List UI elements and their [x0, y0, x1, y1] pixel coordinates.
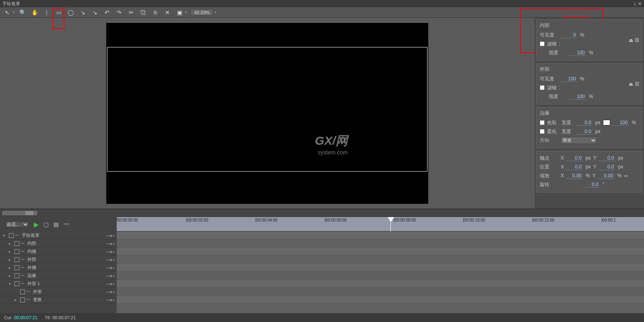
reset-icon[interactable]: ⤺: [15, 233, 20, 238]
enable-checkbox[interactable]: [14, 257, 19, 262]
next-key-icon[interactable]: ▸: [113, 274, 115, 278]
zoom-input[interactable]: 42.33%: [191, 9, 213, 16]
inner-vis-value[interactable]: 0: [561, 32, 577, 38]
copy-icon[interactable]: ⿻: [139, 8, 147, 16]
timeline-ruler[interactable]: 00:00:00:00|00:00:02:00|00:00:04:00|00:0…: [117, 217, 644, 232]
expand-icon[interactable]: ▾: [3, 234, 7, 238]
window-controls[interactable]: ⟀ ✕: [634, 1, 642, 6]
position-y[interactable]: 0.0: [599, 164, 615, 170]
reset-icon[interactable]: ⤺: [21, 257, 26, 262]
add-key-icon[interactable]: ◆: [109, 250, 112, 254]
edge-soften-value[interactable]: 0.0: [576, 129, 592, 135]
track-row[interactable]: ▸⤺内部◂◆▸: [0, 240, 117, 248]
play-button[interactable]: ▶: [34, 221, 39, 228]
reset-icon[interactable]: ⤺: [27, 297, 31, 302]
track-lane[interactable]: [117, 296, 644, 304]
add-key-icon[interactable]: ◆: [109, 242, 112, 246]
track-lane[interactable]: [117, 240, 644, 248]
link-icon[interactable]: ⛓: [635, 37, 640, 43]
outer-filter-check[interactable]: [540, 85, 545, 90]
expand-icon[interactable]: ▸: [9, 250, 13, 254]
link-scale-icon[interactable]: ∞: [624, 173, 627, 178]
rect-tool[interactable]: ▭: [55, 8, 63, 16]
reset-icon[interactable]: ⤺: [21, 273, 26, 278]
edge-soften-check[interactable]: [540, 129, 545, 134]
reset-icon[interactable]: ⤺: [27, 289, 31, 294]
direction-select[interactable]: 两者: [561, 137, 597, 144]
track-row[interactable]: ▾⤺手绘遮罩◂◆▸: [0, 232, 117, 240]
inner-filter-check[interactable]: [540, 41, 545, 46]
track-lane[interactable]: [117, 272, 644, 280]
pen2-tool[interactable]: ↘: [91, 8, 99, 16]
next-key-icon[interactable]: ▸: [113, 242, 115, 246]
pointer-tool[interactable]: ↖: [3, 8, 11, 16]
preset-icon[interactable]: ⏏: [629, 81, 633, 87]
edge-color-pct[interactable]: 100: [613, 120, 629, 126]
pen-tool[interactable]: ↘: [79, 8, 87, 16]
prev-key-icon[interactable]: ◂: [107, 282, 109, 286]
prev-key-icon[interactable]: ◂: [107, 234, 109, 238]
enable-checkbox[interactable]: [14, 265, 19, 270]
video-canvas[interactable]: GX/网 system.com: [106, 23, 428, 204]
enable-checkbox[interactable]: [20, 289, 25, 294]
position-x[interactable]: 0.0: [566, 164, 582, 170]
inner-strength-value[interactable]: 100: [570, 50, 586, 56]
next-key-icon[interactable]: ▸: [113, 266, 115, 270]
track-row[interactable]: ▾⤺外形 1◂◆▸: [0, 280, 117, 288]
prev-key-icon[interactable]: ◂: [107, 298, 109, 302]
add-key-icon[interactable]: ◆: [109, 282, 112, 286]
expand-icon[interactable]: ▸: [9, 258, 13, 262]
anchor-x[interactable]: 0.0: [566, 155, 582, 161]
enable-checkbox[interactable]: [14, 273, 19, 278]
add-key-icon[interactable]: ◆: [109, 298, 112, 302]
scale-x[interactable]: 0.00: [566, 173, 582, 179]
prev-key-icon[interactable]: ◂: [107, 266, 109, 270]
next-key-icon[interactable]: ▸: [113, 290, 115, 294]
next-key-icon[interactable]: ▸: [113, 250, 115, 254]
timeline-mode-select[interactable]: 自适...: [5, 221, 29, 228]
enable-checkbox[interactable]: [14, 281, 19, 286]
track-lane[interactable]: [117, 248, 644, 256]
track-row[interactable]: ▸⤺边缘◂◆▸: [0, 272, 117, 280]
track-lane[interactable]: [117, 288, 644, 296]
add-key-icon[interactable]: ◆: [109, 266, 112, 270]
edge-width-value[interactable]: 0.0: [576, 120, 592, 126]
expand-icon[interactable]: ▸: [9, 242, 13, 246]
delete-icon[interactable]: ✕: [163, 8, 171, 16]
undo-icon[interactable]: ↶: [103, 8, 111, 16]
ellipse-tool[interactable]: ◯: [67, 8, 75, 16]
loop-icon[interactable]: ▢: [43, 221, 49, 228]
hand-tool[interactable]: ✋: [31, 8, 39, 16]
add-key-icon[interactable]: ◆: [109, 274, 112, 278]
track-row[interactable]: ▸⤺外侧◂◆▸: [0, 264, 117, 272]
track-row[interactable]: ▸⤺变换◂◆▸: [0, 296, 117, 304]
timeline-zoom-scroll[interactable]: [2, 210, 38, 216]
cut-icon[interactable]: ✂: [127, 8, 135, 16]
edge-color-check[interactable]: [540, 120, 545, 125]
mask-rectangle[interactable]: [107, 47, 427, 172]
outer-strength-value[interactable]: 100: [570, 94, 586, 100]
track-lane[interactable]: [117, 256, 644, 264]
track-lane[interactable]: [117, 264, 644, 272]
track-lane[interactable]: [117, 232, 644, 240]
reset-icon[interactable]: ⤺: [21, 249, 26, 254]
line-tool[interactable]: ｜: [43, 8, 51, 16]
color-swatch[interactable]: [603, 120, 610, 125]
anchor-y[interactable]: 0.0: [599, 155, 615, 161]
prev-key-icon[interactable]: ◂: [107, 242, 109, 246]
outer-vis-value[interactable]: 100: [561, 76, 577, 82]
expand-icon[interactable]: ▸: [14, 298, 19, 302]
add-key-icon[interactable]: ◆: [109, 234, 112, 238]
setting-icon[interactable]: ▤: [54, 221, 59, 228]
graph-icon[interactable]: 〰: [64, 221, 69, 228]
redo-icon[interactable]: ↷: [115, 8, 123, 16]
reset-icon[interactable]: ⤺: [21, 265, 26, 270]
link-icon[interactable]: ⛓: [635, 81, 640, 87]
prev-key-icon[interactable]: ◂: [107, 250, 109, 254]
next-key-icon[interactable]: ▸: [113, 298, 115, 302]
track-content[interactable]: [117, 232, 644, 313]
prev-key-icon[interactable]: ◂: [107, 258, 109, 262]
next-key-icon[interactable]: ▸: [113, 282, 115, 286]
track-row[interactable]: ⤺外形◂◆▸: [0, 288, 117, 296]
next-key-icon[interactable]: ▸: [113, 234, 115, 238]
